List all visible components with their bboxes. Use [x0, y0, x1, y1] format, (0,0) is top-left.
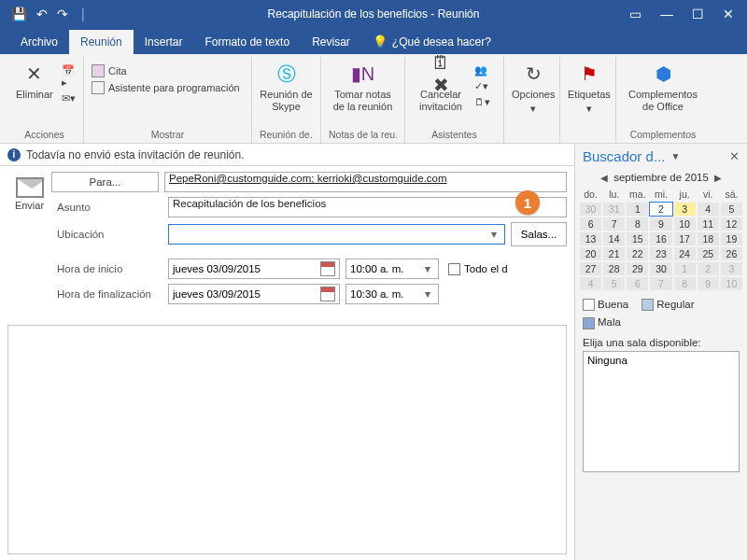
- cal-day[interactable]: 19: [720, 231, 743, 246]
- chevron-down-icon[interactable]: ▾: [421, 262, 434, 275]
- prev-month-icon[interactable]: ◀: [600, 173, 608, 183]
- response-options-icon[interactable]: ✓▾: [474, 80, 490, 92]
- cal-day[interactable]: 18: [697, 231, 720, 246]
- next-month-icon[interactable]: ▶: [714, 173, 722, 183]
- cal-day[interactable]: 5: [720, 202, 743, 217]
- cancel-invitation-button[interactable]: 🗓✖ Cancelar invitación: [413, 61, 469, 113]
- calendar-icon[interactable]: [320, 287, 335, 301]
- cal-day[interactable]: 8: [673, 276, 697, 291]
- tab-meeting[interactable]: Reunión: [69, 30, 134, 54]
- cal-day[interactable]: 25: [697, 246, 720, 261]
- calendar-forward-icon[interactable]: 📅▸: [62, 64, 76, 89]
- cal-day[interactable]: 7: [602, 217, 626, 231]
- to-button[interactable]: Para...: [51, 172, 159, 192]
- tab-file[interactable]: Archivo: [9, 30, 69, 54]
- cal-day[interactable]: 13: [579, 231, 602, 246]
- tab-format[interactable]: Formato de texto: [193, 30, 301, 54]
- calendar-grid[interactable]: do. lu. ma. mi. ju. vi. sá. 303112345 67…: [579, 187, 743, 291]
- cal-day[interactable]: 15: [626, 231, 649, 246]
- room-list[interactable]: Ninguna: [583, 351, 740, 472]
- panel-close-icon[interactable]: ✕: [729, 149, 740, 163]
- cal-day[interactable]: 22: [626, 246, 649, 261]
- cal-day[interactable]: 2: [697, 261, 720, 276]
- maximize-icon[interactable]: ☐: [692, 7, 704, 21]
- cal-day[interactable]: 24: [673, 246, 697, 261]
- cal-day[interactable]: 23: [649, 246, 672, 261]
- cal-day[interactable]: 12: [720, 217, 743, 231]
- meeting-notes-button[interactable]: ▮N Tomar notas de la reunión: [329, 61, 397, 113]
- cal-day[interactable]: 29: [626, 261, 649, 276]
- cal-day[interactable]: 31: [602, 202, 626, 217]
- cal-day[interactable]: 10: [720, 276, 743, 291]
- cal-day[interactable]: 30: [649, 261, 672, 276]
- room-list-item[interactable]: Ninguna: [587, 355, 735, 366]
- group-notes: ▮N Tomar notas de la reunión Notas de la…: [321, 57, 405, 143]
- scheduling-button[interactable]: Asistente para programación: [92, 81, 240, 94]
- cal-day[interactable]: 10: [673, 217, 697, 231]
- tell-me-search[interactable]: 💡 ¿Qué desea hacer?: [361, 29, 502, 54]
- cal-day[interactable]: 7: [649, 276, 672, 291]
- appointment-button[interactable]: Cita: [92, 64, 240, 77]
- cal-day[interactable]: 3: [720, 261, 743, 276]
- end-date-field[interactable]: jueves 03/09/2015: [168, 284, 340, 304]
- undo-icon[interactable]: ↶: [36, 7, 48, 21]
- group-show: Cita Asistente para programación Mostrar: [84, 57, 252, 143]
- cal-day[interactable]: 28: [602, 261, 626, 276]
- cal-day[interactable]: 16: [649, 231, 672, 246]
- start-time-field[interactable]: 10:00 a. m. ▾: [345, 259, 439, 279]
- ribbon-display-icon[interactable]: ▭: [629, 7, 641, 21]
- legend-poor: Mala: [598, 316, 621, 328]
- skype-meeting-button[interactable]: Ⓢ Reunión de Skype: [260, 61, 313, 113]
- save-icon[interactable]: 💾: [11, 7, 27, 21]
- location-field[interactable]: ▾: [168, 224, 505, 245]
- group-actions: ✕ Eliminar 📅▸ ✉▾ Acciones: [6, 57, 84, 143]
- to-field[interactable]: PepeRoni@customguide.com; kerrioki@custo…: [164, 172, 567, 192]
- cal-day[interactable]: 3: [673, 202, 697, 217]
- cal-day[interactable]: 9: [649, 217, 672, 231]
- send-button[interactable]: Enviar: [7, 175, 51, 211]
- rooms-button[interactable]: Salas...: [511, 222, 567, 246]
- cal-day[interactable]: 8: [626, 217, 649, 231]
- chevron-down-icon[interactable]: ▼: [670, 151, 680, 161]
- message-body[interactable]: [7, 325, 567, 554]
- tab-insert[interactable]: Insertar: [134, 30, 194, 54]
- cal-day[interactable]: 4: [579, 276, 602, 291]
- all-day-checkbox[interactable]: Todo el d: [448, 263, 508, 275]
- cal-day[interactable]: 4: [697, 202, 720, 217]
- tags-button[interactable]: ⚑ Etiquetas ▾: [568, 61, 611, 115]
- cal-day[interactable]: 1: [626, 202, 649, 217]
- end-time-field[interactable]: 10:30 a. m. ▾: [345, 284, 439, 304]
- tab-review[interactable]: Revisar: [301, 30, 361, 54]
- delete-button[interactable]: ✕ Eliminar: [13, 61, 56, 101]
- cal-day[interactable]: 20: [579, 246, 602, 261]
- cal-day[interactable]: 9: [697, 276, 720, 291]
- cal-day[interactable]: 2: [649, 202, 672, 217]
- cal-day[interactable]: 27: [579, 261, 602, 276]
- cal-day[interactable]: 6: [579, 217, 602, 231]
- group-attendees: 🗓✖ Cancelar invitación 👥 ✓▾ 🗒▾ Asistente…: [405, 57, 504, 143]
- chevron-down-icon[interactable]: ▾: [421, 287, 434, 301]
- cal-day[interactable]: 1: [673, 261, 697, 276]
- cal-day[interactable]: 21: [602, 246, 626, 261]
- cal-day[interactable]: 17: [673, 231, 697, 246]
- cal-day[interactable]: 14: [602, 231, 626, 246]
- calendar-icon[interactable]: [320, 261, 335, 276]
- office-addins-button[interactable]: ⬢ Complementos de Office: [624, 61, 702, 113]
- cal-day[interactable]: 11: [697, 217, 720, 231]
- forward-icon[interactable]: 🗒▾: [474, 96, 490, 108]
- cal-day[interactable]: 5: [602, 276, 626, 291]
- subject-field[interactable]: Recapitulación de los beneficios: [168, 197, 567, 217]
- options-button[interactable]: ↻ Opciones ▾: [512, 61, 555, 115]
- legend-fair: Regular: [656, 299, 694, 310]
- redo-icon[interactable]: ↷: [57, 7, 68, 21]
- cal-day[interactable]: 6: [626, 276, 649, 291]
- cal-day[interactable]: 30: [579, 202, 602, 217]
- chevron-down-icon[interactable]: ▾: [487, 228, 500, 241]
- reply-dropdown-icon[interactable]: ✉▾: [62, 92, 76, 105]
- close-icon[interactable]: ✕: [723, 7, 734, 21]
- scheduling-icon: [92, 81, 105, 94]
- minimize-icon[interactable]: —: [660, 7, 673, 21]
- start-date-field[interactable]: jueves 03/09/2015: [168, 259, 340, 279]
- cal-day[interactable]: 26: [720, 246, 743, 261]
- address-book-icon[interactable]: 👥: [474, 64, 490, 77]
